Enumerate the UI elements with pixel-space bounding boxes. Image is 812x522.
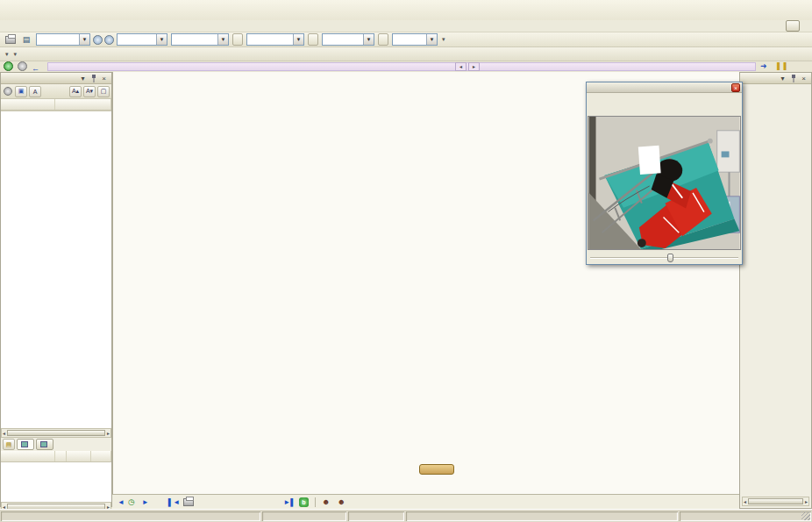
toolbar-overflow-icon[interactable]: ▾ xyxy=(5,51,9,58)
video-frame xyxy=(588,116,741,250)
panel-menu-icon[interactable]: ▾ xyxy=(778,74,787,83)
skip-start-icon[interactable]: ▌◄ xyxy=(168,498,181,506)
low-pass-button[interactable] xyxy=(308,33,318,46)
status-cell xyxy=(680,511,811,521)
page-forward-icon[interactable]: ► xyxy=(142,498,149,506)
tab-spots[interactable] xyxy=(36,439,53,450)
column-name[interactable] xyxy=(1,451,55,461)
high-pass-button[interactable] xyxy=(232,33,243,46)
montage-head-icon[interactable]: ☻ xyxy=(337,497,345,506)
analysis-toolbar: ▾ ▾ xyxy=(0,47,812,61)
close-document-button[interactable] xyxy=(786,20,800,32)
events-toolbar: ▣ A A▴ A▾ ▢ xyxy=(1,84,111,99)
status-cell xyxy=(1,511,260,521)
low-pass-select[interactable]: ▼ xyxy=(322,33,374,46)
clock-icon[interactable]: ◷ xyxy=(128,497,135,506)
toolbar-overflow-icon[interactable]: ▾ xyxy=(442,36,445,43)
events-hscrollbar[interactable]: ◄► xyxy=(1,428,111,438)
column-mean-length[interactable] xyxy=(67,451,91,461)
print-icon[interactable] xyxy=(4,33,18,46)
markers-panel-titlebar: ▾ × xyxy=(740,73,811,84)
montage-select[interactable]: ▼ xyxy=(36,33,90,46)
scroll-left-icon[interactable]: ◄ xyxy=(455,62,467,71)
notch-button[interactable] xyxy=(378,33,388,46)
prev-page-icon[interactable] xyxy=(93,35,103,45)
status-num-indicator xyxy=(348,511,404,521)
new-page-icon[interactable]: ▤ xyxy=(3,439,15,450)
pin-icon[interactable] xyxy=(89,74,98,83)
video-seek-slider[interactable] xyxy=(587,252,742,264)
markers-hscrollbar[interactable]: ◄► xyxy=(742,497,809,506)
events-tabs: ▤ xyxy=(1,438,111,451)
tab-states[interactable] xyxy=(17,439,34,450)
menu-bar xyxy=(0,20,812,32)
time-scrollbar[interactable] xyxy=(47,62,756,71)
chevron-down-icon[interactable]: ▼ xyxy=(79,34,89,45)
close-icon[interactable]: × xyxy=(799,74,808,83)
print-page-icon[interactable] xyxy=(183,498,194,506)
column-total-length[interactable] xyxy=(91,451,111,461)
main-toolbar: ▤ ▼ ▼ ▼ ▼ ▼ ▼ ▾ xyxy=(0,32,812,47)
chevron-down-icon[interactable]: ▼ xyxy=(217,34,228,45)
pin-icon[interactable] xyxy=(788,74,798,83)
toolbar-overflow-icon[interactable]: ▾ xyxy=(14,51,18,58)
cursor-annotation-badge[interactable] xyxy=(419,464,454,475)
close-icon[interactable]: × xyxy=(99,74,109,83)
filter-sphere-icon[interactable] xyxy=(4,87,12,96)
slider-thumb[interactable] xyxy=(667,254,673,262)
forward-arrow-icon[interactable]: ➜ xyxy=(760,61,767,70)
event-type-icon[interactable]: ▣ xyxy=(15,86,27,97)
annotation-text-icon[interactable]: A xyxy=(29,86,41,97)
go-stop-icon[interactable] xyxy=(18,61,27,71)
panel-menu-icon[interactable]: ▾ xyxy=(78,74,88,83)
video-controls xyxy=(587,103,742,116)
eeg-review-application: { "window": { "close_label": "Chiudi" },… xyxy=(0,0,812,522)
close-icon[interactable]: × xyxy=(731,83,740,92)
scroll-right-icon[interactable]: ► xyxy=(468,62,480,71)
events-list-header xyxy=(1,99,111,111)
events-panel: ▾ × ▣ A A▴ A▾ ▢ ◄► ▤ ◄► xyxy=(0,72,112,507)
events-list xyxy=(1,111,111,428)
notch-select[interactable]: ▼ xyxy=(392,33,438,46)
chevron-down-icon[interactable]: ▼ xyxy=(156,34,167,45)
video-preview-window[interactable]: × xyxy=(586,82,743,265)
page-preview-icon[interactable]: ▤ xyxy=(19,33,33,46)
speed-select[interactable]: ▼ xyxy=(117,33,167,46)
eeg-navigation-bar: ◄ ◷ ► ▌◄ ►▌ b ☻ ☻ xyxy=(112,494,739,509)
chevron-down-icon[interactable]: ▼ xyxy=(426,34,437,45)
sort-asc-icon[interactable]: A▴ xyxy=(69,86,82,97)
database-icon[interactable]: b xyxy=(299,497,309,507)
events-summary-list xyxy=(1,462,111,502)
status-cell xyxy=(406,511,678,521)
montage-head-icon[interactable]: ☻ xyxy=(322,497,330,506)
column-name[interactable] xyxy=(1,99,55,110)
column-content[interactable] xyxy=(55,99,111,110)
sensitivity-select[interactable]: ▼ xyxy=(171,33,229,46)
window-top-strip xyxy=(0,0,812,20)
events-panel-titlebar: ▾ × xyxy=(1,73,111,84)
status-cell xyxy=(262,511,346,521)
chevron-down-icon[interactable]: ▼ xyxy=(293,34,303,45)
video-timestamp-label xyxy=(587,93,742,103)
page-back-icon[interactable]: ◄ xyxy=(118,498,125,506)
column-count[interactable] xyxy=(55,451,67,461)
sort-desc-icon[interactable]: A▾ xyxy=(83,86,96,97)
pages-icon[interactable]: ❚❚ xyxy=(775,61,788,70)
next-page-icon[interactable] xyxy=(104,35,114,45)
high-pass-select[interactable]: ▼ xyxy=(246,33,304,46)
resize-grip[interactable] xyxy=(801,511,810,520)
status-bar xyxy=(0,509,812,522)
chevron-down-icon[interactable]: ▼ xyxy=(363,34,374,45)
summary-header xyxy=(1,451,111,462)
go-forward-icon[interactable] xyxy=(4,61,13,71)
panel-layout-icon[interactable]: ▢ xyxy=(97,86,110,97)
video-titlebar[interactable]: × xyxy=(587,82,742,93)
skip-end-icon[interactable]: ►▌ xyxy=(283,498,296,506)
markers-panel: ▾ × ◄► xyxy=(739,72,812,509)
